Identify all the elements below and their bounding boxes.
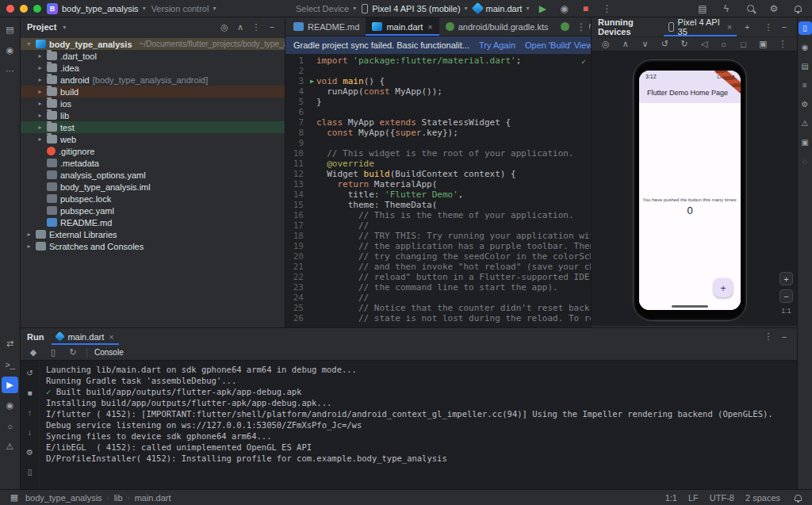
device-manager-icon[interactable]: ▤: [799, 59, 812, 73]
debug-tool-icon[interactable]: ◉: [2, 397, 18, 414]
close-icon[interactable]: ×: [109, 332, 113, 342]
banner-action-open-build-view[interactable]: Open 'Build' View: [525, 40, 591, 50]
console-file-link[interactable]: lib/main.dart: [96, 365, 161, 374]
encoding[interactable]: UTF-8: [710, 493, 734, 503]
notifications-icon[interactable]: [790, 1, 806, 17]
breadcrumb-lib[interactable]: lib: [114, 493, 123, 503]
zoom-reset-button[interactable]: 1:1: [781, 307, 791, 315]
rotate-right-icon[interactable]: ↻: [678, 38, 691, 51]
problems-icon[interactable]: ⚠: [2, 438, 18, 455]
tree-item-body-type-analysis-iml[interactable]: body_type_analysis.iml: [21, 181, 285, 193]
banner-action-try-again[interactable]: Try Again: [479, 40, 515, 50]
device-selector[interactable]: Pixel 4 API 35 (mobile) ▾: [362, 4, 467, 13]
tree-item-metadata[interactable]: .metadata: [21, 157, 285, 169]
gesture-bar[interactable]: [672, 305, 708, 308]
close-window-button[interactable]: [6, 5, 14, 13]
add-device-button[interactable]: +: [741, 21, 753, 33]
minimize-window-button[interactable]: [20, 5, 28, 13]
tree-item-readme-md[interactable]: README.md: [21, 216, 285, 228]
rotate-left-icon[interactable]: ↺: [658, 38, 671, 51]
close-icon[interactable]: ×: [727, 22, 732, 32]
tree-item-web[interactable]: ▸web: [21, 133, 285, 145]
more-icon[interactable]: ⋮: [250, 21, 262, 33]
hot-reload-icon[interactable]: ϟ: [718, 1, 734, 17]
overview-icon[interactable]: □: [737, 38, 750, 51]
run-configuration-selector[interactable]: main.dart ▾: [473, 4, 530, 13]
more-actions-button[interactable]: ⋮: [599, 1, 615, 17]
zoom-window-button[interactable]: [33, 5, 41, 13]
version-control-widget[interactable]: Version control ▾: [151, 4, 216, 13]
tree-item-body-type-analysis[interactable]: ▾body_type_analysis~/Documents/flutter_p…: [21, 38, 285, 50]
zoom-in-button[interactable]: +: [779, 272, 793, 285]
app-icon[interactable]: ▯: [47, 346, 59, 359]
tree-item-scratches-and-consoles[interactable]: ▸Scratches and Consoles: [21, 240, 285, 252]
tool-window-grid-icon[interactable]: ▦: [8, 492, 21, 504]
commit-tool-icon[interactable]: ◉: [2, 42, 18, 59]
volume-down-icon[interactable]: ∨: [639, 38, 652, 51]
debug-button[interactable]: ◉: [556, 1, 572, 17]
tree-item-dart-tool[interactable]: ▸.dart_tool: [21, 50, 285, 62]
zoom-out-button[interactable]: −: [779, 289, 793, 303]
screenshot-icon[interactable]: ▣: [756, 38, 769, 51]
flutter-icon[interactable]: ◆: [27, 346, 40, 359]
device-mirroring-icon[interactable]: ▤: [695, 1, 710, 17]
tree-item-ios[interactable]: ▸ios: [21, 98, 285, 109]
tab-android-build-gradle-kts[interactable]: android/build.gradle.kts: [439, 17, 555, 36]
settings-icon[interactable]: ⚙: [766, 1, 782, 17]
run-button[interactable]: ▶: [534, 1, 550, 17]
more-tool-windows-icon[interactable]: ⋯: [2, 63, 18, 79]
build-icon[interactable]: ⚙: [799, 98, 812, 111]
project-tool-icon[interactable]: ▤: [2, 21, 18, 38]
device-tab-pixel-4[interactable]: Pixel 4 API 35 ×: [664, 17, 737, 36]
console-output[interactable]: Launching lib/main.dart on sdk gphone64 …: [40, 361, 797, 489]
layout-inspector-icon[interactable]: ▣: [799, 136, 812, 149]
tree-item-gitignore[interactable]: .gitignore: [21, 145, 285, 157]
back-icon[interactable]: ◁: [698, 38, 710, 51]
tree-item-test[interactable]: ▸test: [21, 121, 285, 133]
fab-increment-button[interactable]: +: [714, 278, 733, 297]
volume-up-icon[interactable]: ∧: [619, 38, 632, 51]
stop-button[interactable]: ■: [577, 1, 593, 17]
run-line-marker-icon[interactable]: ▶: [308, 76, 316, 86]
clear-icon[interactable]: ▯: [23, 465, 37, 479]
tree-item-external-libraries[interactable]: ▸External Libraries: [21, 228, 285, 240]
structure-icon[interactable]: ≡: [799, 78, 812, 92]
home-icon[interactable]: ○: [718, 38, 730, 51]
project-widget[interactable]: B body_type_analysis ▾: [47, 3, 146, 14]
hide-icon[interactable]: −: [778, 21, 791, 33]
hide-icon[interactable]: −: [778, 331, 791, 343]
tab-readme-md[interactable]: README.md: [287, 17, 366, 36]
gradle-icon[interactable]: ◉: [799, 40, 812, 54]
next-occurrence-icon[interactable]: ↓: [23, 425, 37, 439]
locate-file-icon[interactable]: ◎: [218, 21, 231, 33]
more-icon[interactable]: ⋮: [762, 331, 775, 343]
console-tab[interactable]: Console: [94, 348, 124, 357]
mirror-device-selector[interactable]: Select Device ▾: [296, 4, 356, 13]
pull-requests-icon[interactable]: ⇄: [2, 335, 18, 352]
tree-item-pubspec-yaml[interactable]: pubspec.yaml: [21, 205, 285, 216]
running-devices-icon[interactable]: ▯: [799, 21, 812, 35]
console-settings-icon[interactable]: ⚙: [23, 445, 37, 459]
code-area[interactable]: ✓ 1import 'package:flutter/material.dart…: [285, 54, 591, 327]
services-icon[interactable]: ○: [2, 418, 18, 434]
prev-occurrence-icon[interactable]: ↑: [23, 405, 37, 419]
caret-position[interactable]: 1:1: [665, 493, 677, 503]
breadcrumb-body-type-analysis[interactable]: body_type_analysis: [25, 493, 102, 503]
tree-item-pubspec-lock[interactable]: pubspec.lock: [21, 193, 285, 205]
terminal-icon[interactable]: >_: [2, 356, 18, 373]
restart-icon[interactable]: ↻: [67, 346, 79, 359]
stop-icon[interactable]: ■: [23, 385, 37, 400]
inspection-status-icon[interactable]: ✓: [581, 56, 586, 67]
breadcrumb-main-dart[interactable]: main.dart: [135, 493, 171, 503]
run-tool-icon[interactable]: ▶: [2, 377, 18, 393]
hide-icon[interactable]: −: [266, 21, 278, 33]
more-device-icon[interactable]: ⋮: [776, 38, 789, 51]
run-tab-main-dart[interactable]: main.dart ×: [52, 328, 118, 345]
problems-view-icon[interactable]: ⚠: [799, 117, 812, 130]
tree-item-lib[interactable]: ▸lib: [21, 109, 285, 121]
tree-item-build[interactable]: ▸build: [21, 86, 285, 98]
tab-overflow-button[interactable]: ⋮: [573, 17, 589, 36]
tree-item-android[interactable]: ▸android [body_type_analysis_android]: [21, 74, 285, 86]
search-icon[interactable]: [742, 1, 758, 17]
more-icon[interactable]: ⋮: [762, 21, 775, 33]
